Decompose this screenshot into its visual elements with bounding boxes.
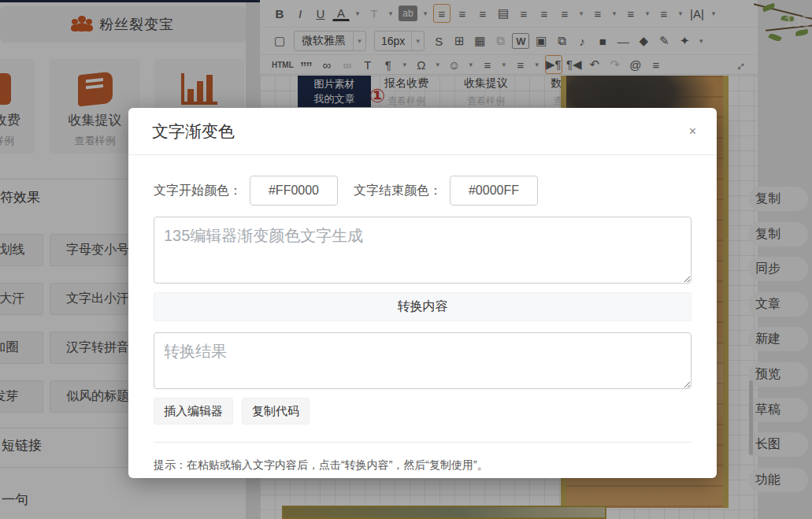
dialog-hint-text: 提示：在粘贴或输入文字内容后，点击“转换内容”，然后“复制使用”。 <box>154 458 691 473</box>
start-color-label: 文字开始颜色： <box>154 183 242 199</box>
close-icon[interactable]: × <box>689 124 696 139</box>
color-inputs-row: 文字开始颜色： 文字结束颜色： <box>154 176 691 206</box>
copy-code-button[interactable]: 复制代码 <box>242 398 310 424</box>
result-text-output[interactable] <box>154 332 691 389</box>
gradient-text-dialog: 文字渐变色 × 文字开始颜色： 文字结束颜色： 转换内容 插入编辑器 复制代码 … <box>128 108 717 478</box>
dialog-divider <box>154 442 691 443</box>
dialog-body: 文字开始颜色： 文字结束颜色： 转换内容 插入编辑器 复制代码 提示：在粘贴或输… <box>128 155 717 473</box>
insert-to-editor-button[interactable]: 插入编辑器 <box>154 398 233 424</box>
start-color-input[interactable] <box>250 176 338 206</box>
end-color-label: 文字结束颜色： <box>354 183 442 199</box>
convert-content-button[interactable]: 转换内容 <box>154 292 691 321</box>
dialog-title: 文字渐变色 <box>152 120 689 143</box>
end-color-input[interactable] <box>450 176 538 206</box>
source-text-input[interactable] <box>154 217 691 284</box>
action-buttons-row: 插入编辑器 复制代码 <box>154 398 691 424</box>
page: 粉丝裂变宝 报名收费查看样例收集提议查看样例 字符效果 下划线字母变小号出大汗文… <box>0 0 812 519</box>
dialog-header: 文字渐变色 × <box>128 108 717 155</box>
